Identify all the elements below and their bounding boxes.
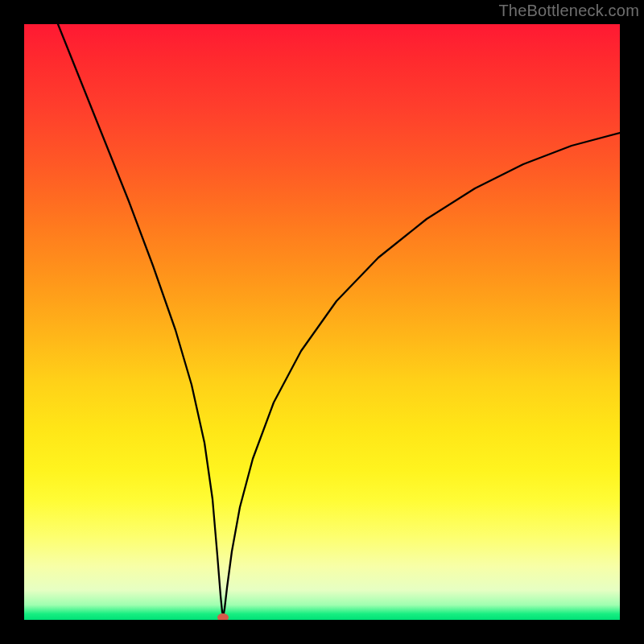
chart-frame: TheBottleneck.com bbox=[0, 0, 644, 644]
bottleneck-curve bbox=[24, 24, 620, 620]
curve-left-branch bbox=[58, 24, 224, 617]
plot-area bbox=[24, 24, 620, 620]
curve-right-branch bbox=[223, 133, 620, 617]
watermark-text: TheBottleneck.com bbox=[498, 2, 639, 20]
minimum-marker bbox=[217, 613, 229, 620]
